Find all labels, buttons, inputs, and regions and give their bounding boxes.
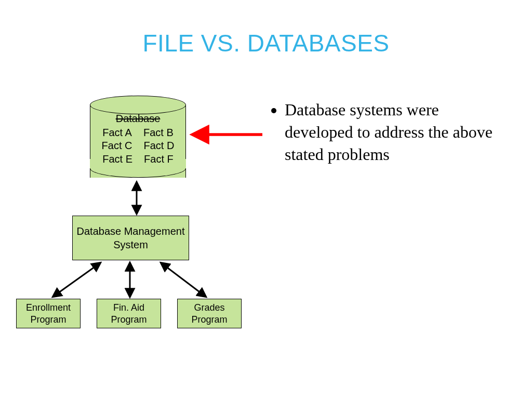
program-label: Fin. Aid Program: [97, 302, 161, 325]
program-box-finaid: Fin. Aid Program: [97, 299, 161, 328]
arrows-layer: [0, 0, 532, 399]
dbms-label: Database Management System: [73, 224, 189, 251]
cylinder-cell: Fact F: [144, 153, 174, 166]
slide-title: FILE VS. DATABASES: [0, 29, 532, 57]
cylinder-cell: Fact D: [144, 139, 175, 153]
program-box-enrollment: Enrollment Program: [16, 299, 81, 328]
bullet-text: Database systems were developed to addre…: [285, 99, 499, 166]
connector-arrow-icon: [53, 263, 100, 297]
bullet-block: Database systems were developed to addre…: [270, 99, 499, 166]
program-label: Grades Program: [178, 302, 241, 325]
cylinder-cell: Fact B: [143, 126, 174, 140]
program-box-grades: Grades Program: [177, 299, 242, 328]
database-cylinder: Database Fact A Fact B Fact C Fact D Fac…: [90, 96, 186, 178]
cylinder-header: Database: [90, 112, 186, 126]
program-label: Enrollment Program: [17, 302, 80, 325]
dbms-box: Database Management System: [72, 216, 189, 260]
cylinder-cell: Fact C: [102, 139, 132, 153]
cylinder-cell: Fact E: [102, 153, 132, 166]
cylinder-cell: Fact A: [102, 126, 132, 140]
connector-arrow-icon: [161, 263, 206, 297]
